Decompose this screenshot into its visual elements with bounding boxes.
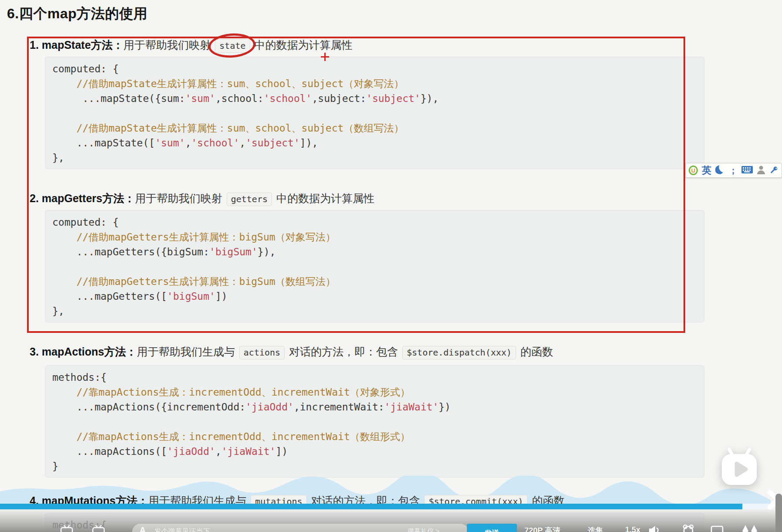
- code-line: },: [52, 150, 697, 165]
- danmaku-style-icon[interactable]: A: [139, 525, 146, 532]
- episodes-selector[interactable]: 选集: [588, 525, 603, 532]
- heading-text: 中的数据为计算属性: [273, 192, 374, 204]
- code-block-mapactions: methods:{ //靠mapActions生成：incrementOdd、i…: [45, 365, 704, 478]
- heading-text: 1. mapState方法：: [30, 39, 123, 51]
- heading-text: 3. mapActions方法：: [30, 346, 137, 358]
- ime-language-toggle[interactable]: 英: [702, 166, 711, 175]
- playback-speed-selector[interactable]: 1.5x: [625, 525, 640, 532]
- code-line: //靠mapActions生成：incrementOdd、incrementWa…: [52, 385, 697, 400]
- progress-fill: [0, 504, 742, 509]
- ime-toolbar: U 英 ；: [685, 163, 782, 178]
- ime-punctuation-icon[interactable]: ；: [729, 166, 738, 175]
- code-line: [52, 259, 697, 274]
- code-line: ...mapState(['sum','school','subject']),: [52, 136, 697, 150]
- code-line: }: [52, 459, 697, 474]
- danmaku-input[interactable]: [153, 525, 343, 532]
- ime-user-icon[interactable]: [757, 165, 765, 176]
- code-line: computed: {: [52, 61, 697, 76]
- code-block-mapstate: computed: { //借助mapState生成计算属性：sum、schoo…: [45, 57, 704, 169]
- code-line: //借助mapState生成计算属性：sum、school、subject（对象…: [52, 76, 697, 91]
- heading-text: 中的数据为计算属性: [252, 39, 353, 51]
- heading-text: 用于帮助我们映射: [123, 39, 214, 51]
- code-line: [52, 414, 697, 429]
- ime-settings-wrench-icon[interactable]: [769, 165, 779, 176]
- code-line: methods:{: [52, 370, 697, 385]
- inline-code-token: $store.dispatch(xxx): [402, 346, 516, 359]
- ime-logo-icon[interactable]: U: [689, 166, 698, 175]
- code-line: ...mapGetters({bigSum:'bigSum'}),: [52, 244, 697, 259]
- video-frame: 6.四个map方法的使用 1. mapState方法：用于帮助我们映射 stat…: [0, 0, 782, 532]
- player-control-bar: A 弹幕礼仪 > 发送 720P 高清 选集 1.5x: [0, 509, 782, 532]
- inline-code-token: state: [215, 39, 250, 53]
- code-line: //借助mapGetters生成计算属性：bigSum（数组写法）: [52, 274, 697, 289]
- heading-text: 用于帮助我们映射: [135, 192, 225, 204]
- section-heading-mapgetters: 2. mapGetters方法：用于帮助我们映射 getters 中的数据为计算…: [30, 191, 374, 207]
- code-line: //靠mapActions生成：incrementOdd、incrementWa…: [52, 429, 697, 444]
- scrollbar-thumb[interactable]: [775, 494, 782, 532]
- code-block-mapgetters: computed: { //借助mapGetters生成计算属性：bigSum（…: [45, 210, 704, 322]
- code-line: computed: {: [52, 215, 697, 230]
- code-line: //借助mapState生成计算属性：sum、school、subject（数组…: [52, 121, 697, 136]
- code-line: ...mapActions({incrementOdd:'jiaOdd',inc…: [52, 400, 697, 414]
- video-progress-bar[interactable]: [0, 504, 771, 509]
- code-line: ...mapGetters(['bigSum']): [52, 289, 697, 304]
- code-line: [52, 106, 697, 121]
- play-tv-button[interactable]: [721, 447, 758, 488]
- heading-text: 2. mapGetters方法：: [30, 192, 135, 204]
- inline-code-token: actions: [239, 346, 285, 359]
- heading-text: 的函数: [517, 346, 553, 358]
- inline-code-token: getters: [227, 193, 272, 206]
- ime-fullwidth-moon-icon[interactable]: [715, 165, 725, 176]
- heading-text: 对话的方法，即：包含: [286, 346, 401, 358]
- section-heading-mapactions: 3. mapActions方法：用于帮助我们生成与 actions 对话的方法，…: [30, 344, 553, 360]
- code-line: ...mapState({sum:'sum',school:'school',s…: [52, 91, 697, 106]
- code-line: //借助mapGetters生成计算属性：bigSum（对象写法）: [52, 230, 697, 244]
- page-title: 6.四个map方法的使用: [7, 4, 147, 24]
- danmaku-send-button[interactable]: 发送: [467, 524, 517, 532]
- code-line: ...mapActions(['jiaOdd','jiaWait']): [52, 444, 697, 459]
- section-heading-mapstate: 1. mapState方法：用于帮助我们映射 state 中的数据为计算属性: [30, 37, 352, 53]
- code-line: },: [52, 304, 697, 319]
- ime-keyboard-icon[interactable]: [741, 166, 753, 175]
- heading-text: 用于帮助我们生成与: [137, 346, 238, 358]
- danmaku-etiquette-link[interactable]: 弹幕礼仪 >: [408, 527, 439, 532]
- quality-selector[interactable]: 720P 高清: [524, 525, 561, 532]
- red-plus-annotation: [321, 53, 329, 61]
